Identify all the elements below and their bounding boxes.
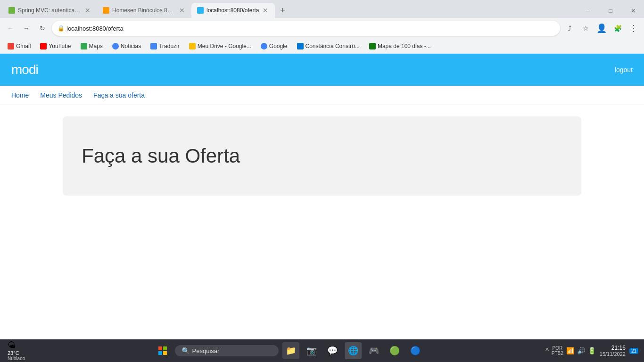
app4-icon: 🎮 [369, 346, 379, 356]
weather-widget: 🌤 23°C Nublado [4, 340, 32, 361]
close-button[interactable]: ✕ [622, 4, 644, 18]
clock-time: 21:16 [611, 345, 626, 351]
tab-title-localhost: localhost:8080/oferta [206, 7, 259, 14]
bookmark-google[interactable]: Google [257, 41, 291, 51]
bookmarks-bar: Gmail YouTube Maps Notícias Traduzir Meu… [0, 39, 644, 54]
file-explorer-icon: 📁 [286, 346, 296, 356]
svg-rect-3 [163, 351, 167, 355]
app-navigation: Home Meus Pedidos Faça a sua oferta [0, 86, 644, 105]
taskbar-app2[interactable]: 📷 [303, 342, 320, 359]
share-button[interactable]: ⤴ [563, 22, 576, 35]
offer-card: Faça a sua Oferta [63, 116, 581, 196]
svg-rect-2 [158, 351, 162, 355]
system-tray: ^ POR PTB2 📶 🔊 🔋 [545, 346, 596, 356]
address-text: localhost:8080/oferta [65, 25, 124, 32]
address-input[interactable]: 🔒 localhost:8080/oferta [52, 21, 560, 36]
mapa-icon [369, 43, 376, 49]
language-label: POR [552, 346, 562, 351]
minimize-button[interactable]: ─ [577, 4, 599, 18]
windows-icon [158, 346, 167, 355]
address-bar: ← → ↻ 🔒 localhost:8080/oferta ⤴ ☆ 👤 🧩 ⋮ [0, 18, 644, 39]
taskbar: 🌤 23°C Nublado 🔍 Pesquisar 📁 📷 💬 [0, 339, 644, 362]
bookmark-label-youtube: YouTube [49, 43, 71, 49]
bookmark-drive[interactable]: Meu Drive - Google... [185, 41, 255, 51]
constancia-icon [297, 43, 304, 49]
lock-icon: 🔒 [58, 25, 65, 32]
taskbar-center: 🔍 Pesquisar 📁 📷 💬 🌐 🎮 🟢 🔵 [34, 342, 544, 359]
main-content: Faça a sua Oferta [0, 105, 644, 339]
wifi-icon[interactable]: 📶 [566, 347, 574, 354]
taskbar-app4[interactable]: 🎮 [365, 342, 382, 359]
tab-favicon-localhost [197, 7, 204, 14]
start-button[interactable] [154, 342, 171, 359]
forward-button[interactable]: → [20, 22, 33, 35]
nav-home[interactable]: Home [11, 91, 29, 99]
taskbar-app5[interactable]: 🟢 [386, 342, 403, 359]
menu-button[interactable]: ⋮ [627, 22, 640, 35]
bookmark-maps[interactable]: Maps [77, 41, 107, 51]
offer-title: Faça a sua Oferta [82, 145, 562, 167]
weather-cloud-icon: 🌤 [8, 340, 28, 350]
bookmark-noticias[interactable]: Notícias [108, 41, 145, 51]
drive-icon [189, 43, 196, 49]
volume-icon[interactable]: 🔊 [577, 347, 585, 354]
taskbar-right: ^ POR PTB2 📶 🔊 🔋 21:16 15/11/2022 21 [545, 345, 640, 357]
tab-close-amazon[interactable]: ✕ [178, 7, 186, 14]
nav-meus-pedidos[interactable]: Meus Pedidos [40, 91, 82, 99]
bookmark-traduzir[interactable]: Traduzir [147, 41, 183, 51]
bookmark-youtube[interactable]: YouTube [36, 41, 74, 51]
extension-button[interactable]: 🧩 [611, 22, 624, 35]
taskbar-app6[interactable]: 🔵 [407, 342, 424, 359]
search-text: Pesquisar [192, 347, 220, 354]
back-button[interactable]: ← [4, 22, 17, 35]
maximize-button[interactable]: □ [600, 4, 621, 18]
bookmark-constancia[interactable]: Constância Constrô... [293, 41, 363, 51]
chrome-icon: 🌐 [348, 346, 358, 356]
clock-widget[interactable]: 21:16 15/11/2022 [600, 345, 626, 357]
bookmark-gmail[interactable]: Gmail [4, 41, 34, 51]
youtube-icon [40, 43, 47, 49]
profile-icon[interactable]: 👤 [595, 22, 608, 35]
taskbar-app3[interactable]: 💬 [324, 342, 341, 359]
bookmark-label-traduzir: Traduzir [159, 43, 180, 49]
app-content: modi logout Home Meus Pedidos Faça a sua… [0, 54, 644, 339]
bookmark-mapa100[interactable]: Mapa de 100 dias -... [365, 41, 435, 51]
language-variant: PTB2 [552, 351, 563, 356]
refresh-button[interactable]: ↻ [36, 22, 49, 35]
bookmark-button[interactable]: ☆ [579, 22, 592, 35]
app5-icon: 🟢 [389, 346, 400, 356]
tab-title-spring: Spring MVC: autenticação com S [18, 7, 81, 14]
bookmark-label-constancia: Constância Constrô... [305, 43, 360, 49]
tab-spring[interactable]: Spring MVC: autenticação com S ✕ [3, 3, 97, 18]
gmail-icon [8, 43, 14, 49]
app3-icon: 💬 [327, 346, 338, 356]
taskbar-search[interactable]: 🔍 Pesquisar [175, 345, 279, 356]
tab-amazon[interactable]: Homesen Binóculos 80x80 de vis... ✕ [97, 3, 191, 18]
battery-icon[interactable]: 🔋 [588, 347, 596, 354]
tab-close-spring[interactable]: ✕ [84, 7, 91, 14]
tab-favicon-spring [8, 7, 15, 14]
new-tab-button[interactable]: + [275, 3, 290, 18]
tab-title-amazon: Homesen Binóculos 80x80 de vis... [112, 7, 175, 14]
clock-date: 15/11/2022 [600, 351, 626, 357]
app-header: modi logout [0, 54, 644, 86]
bookmark-label-gmail: Gmail [16, 43, 31, 49]
bookmark-label-noticias: Notícias [121, 43, 141, 49]
tab-localhost[interactable]: localhost:8080/oferta ✕ [191, 3, 275, 18]
nav-faca-oferta[interactable]: Faça a sua oferta [93, 91, 145, 99]
taskbar-chrome[interactable]: 🌐 [345, 342, 362, 359]
notification-badge[interactable]: 21 [629, 348, 638, 354]
app-logo: modi [11, 62, 38, 77]
tab-favicon-amazon [103, 7, 109, 14]
logout-button[interactable]: logout [615, 66, 633, 74]
svg-rect-0 [158, 346, 162, 350]
tab-close-localhost[interactable]: ✕ [262, 7, 269, 14]
bookmark-label-drive: Meu Drive - Google... [198, 43, 251, 49]
taskbar-file-explorer[interactable]: 📁 [282, 342, 299, 359]
bookmark-label-maps: Maps [89, 43, 103, 49]
weather-desc: Nublado [8, 356, 28, 361]
search-icon: 🔍 [182, 347, 190, 354]
app2-icon: 📷 [306, 346, 317, 356]
tray-arrow-icon[interactable]: ^ [545, 347, 549, 354]
bookmark-label-google: Google [269, 43, 288, 49]
